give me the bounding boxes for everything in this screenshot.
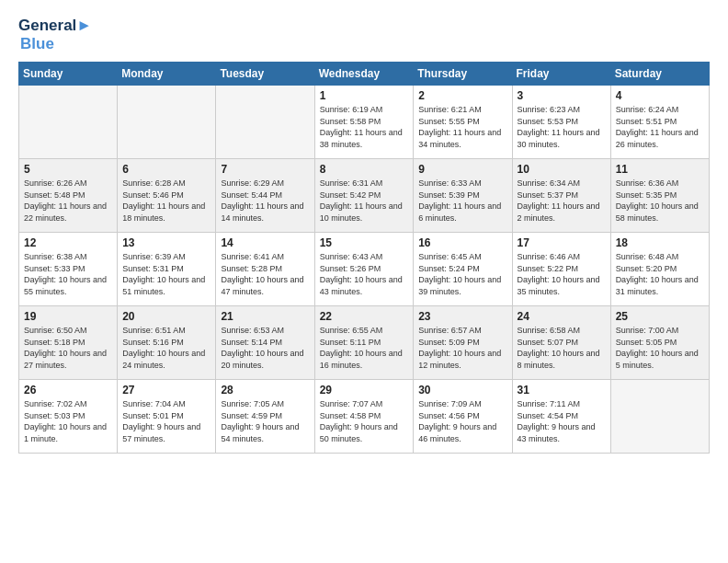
day-number: 21 — [221, 310, 309, 323]
day-info: Sunrise: 6:28 AM Sunset: 5:46 PM Dayligh… — [122, 178, 210, 224]
calendar-cell: 15Sunrise: 6:43 AM Sunset: 5:26 PM Dayli… — [314, 233, 414, 306]
calendar-header-row: SundayMondayTuesdayWednesdayThursdayFrid… — [19, 63, 710, 86]
calendar-cell: 22Sunrise: 6:55 AM Sunset: 5:11 PM Dayli… — [314, 306, 414, 380]
day-info: Sunrise: 6:51 AM Sunset: 5:16 PM Dayligh… — [122, 325, 210, 371]
calendar-cell: 28Sunrise: 7:05 AM Sunset: 4:59 PM Dayli… — [216, 380, 314, 454]
day-info: Sunrise: 7:09 AM Sunset: 4:56 PM Dayligh… — [418, 398, 506, 444]
day-info: Sunrise: 6:39 AM Sunset: 5:31 PM Dayligh… — [122, 251, 210, 297]
calendar-cell: 5Sunrise: 6:26 AM Sunset: 5:48 PM Daylig… — [19, 159, 118, 233]
day-number: 5 — [24, 163, 112, 176]
calendar-cell: 30Sunrise: 7:09 AM Sunset: 4:56 PM Dayli… — [414, 380, 512, 454]
day-info: Sunrise: 7:11 AM Sunset: 4:54 PM Dayligh… — [518, 398, 606, 444]
calendar-cell: 27Sunrise: 7:04 AM Sunset: 5:01 PM Dayli… — [118, 380, 216, 454]
day-info: Sunrise: 6:19 AM Sunset: 5:58 PM Dayligh… — [320, 104, 409, 150]
calendar-cell: 3Sunrise: 6:23 AM Sunset: 5:53 PM Daylig… — [512, 86, 610, 159]
logo: General► Blue — [18, 17, 92, 52]
calendar-week-row: 26Sunrise: 7:02 AM Sunset: 5:03 PM Dayli… — [19, 380, 710, 454]
day-info: Sunrise: 6:53 AM Sunset: 5:14 PM Dayligh… — [221, 325, 309, 371]
weekday-header: Saturday — [610, 63, 709, 86]
calendar-cell: 29Sunrise: 7:07 AM Sunset: 4:58 PM Dayli… — [314, 380, 414, 454]
day-info: Sunrise: 6:26 AM Sunset: 5:48 PM Dayligh… — [24, 178, 112, 224]
day-number: 8 — [320, 163, 409, 176]
calendar-cell: 26Sunrise: 7:02 AM Sunset: 5:03 PM Dayli… — [19, 380, 118, 454]
calendar-cell: 11Sunrise: 6:36 AM Sunset: 5:35 PM Dayli… — [610, 159, 709, 233]
day-number: 10 — [518, 163, 606, 176]
calendar-cell: 21Sunrise: 6:53 AM Sunset: 5:14 PM Dayli… — [216, 306, 314, 380]
day-info: Sunrise: 6:50 AM Sunset: 5:18 PM Dayligh… — [24, 325, 112, 371]
day-number: 30 — [418, 384, 506, 396]
day-info: Sunrise: 6:33 AM Sunset: 5:39 PM Dayligh… — [418, 178, 506, 224]
calendar-cell: 8Sunrise: 6:31 AM Sunset: 5:42 PM Daylig… — [314, 159, 414, 233]
calendar-cell — [19, 86, 118, 159]
calendar-week-row: 19Sunrise: 6:50 AM Sunset: 5:18 PM Dayli… — [19, 306, 710, 380]
calendar: SundayMondayTuesdayWednesdayThursdayFrid… — [18, 62, 710, 454]
day-info: Sunrise: 6:23 AM Sunset: 5:53 PM Dayligh… — [518, 104, 606, 150]
day-number: 4 — [616, 89, 704, 102]
day-number: 14 — [221, 236, 309, 249]
weekday-header: Friday — [512, 63, 610, 86]
day-info: Sunrise: 6:46 AM Sunset: 5:22 PM Dayligh… — [518, 251, 606, 297]
day-number: 9 — [418, 163, 506, 176]
day-info: Sunrise: 6:29 AM Sunset: 5:44 PM Dayligh… — [221, 178, 309, 224]
calendar-cell: 24Sunrise: 6:58 AM Sunset: 5:07 PM Dayli… — [512, 306, 610, 380]
page: General► Blue SundayMondayTuesdayWednesd… — [0, 0, 728, 563]
day-info: Sunrise: 6:34 AM Sunset: 5:37 PM Dayligh… — [518, 178, 606, 224]
calendar-cell: 4Sunrise: 6:24 AM Sunset: 5:51 PM Daylig… — [610, 86, 709, 159]
calendar-cell: 7Sunrise: 6:29 AM Sunset: 5:44 PM Daylig… — [216, 159, 314, 233]
day-info: Sunrise: 6:24 AM Sunset: 5:51 PM Dayligh… — [616, 104, 704, 150]
day-info: Sunrise: 6:58 AM Sunset: 5:07 PM Dayligh… — [518, 325, 606, 371]
day-info: Sunrise: 6:55 AM Sunset: 5:11 PM Dayligh… — [320, 325, 409, 371]
day-info: Sunrise: 6:48 AM Sunset: 5:20 PM Dayligh… — [616, 251, 704, 297]
calendar-week-row: 5Sunrise: 6:26 AM Sunset: 5:48 PM Daylig… — [19, 159, 710, 233]
day-number: 25 — [616, 310, 704, 323]
day-info: Sunrise: 7:07 AM Sunset: 4:58 PM Dayligh… — [320, 398, 409, 444]
logo-blue: Blue — [20, 35, 92, 53]
weekday-header: Sunday — [19, 63, 118, 86]
day-number: 19 — [24, 310, 112, 323]
weekday-header: Wednesday — [314, 63, 414, 86]
day-number: 15 — [320, 236, 409, 249]
calendar-cell: 9Sunrise: 6:33 AM Sunset: 5:39 PM Daylig… — [414, 159, 512, 233]
day-number: 23 — [418, 310, 506, 323]
calendar-cell: 25Sunrise: 7:00 AM Sunset: 5:05 PM Dayli… — [610, 306, 709, 380]
day-number: 16 — [418, 236, 506, 249]
calendar-cell: 23Sunrise: 6:57 AM Sunset: 5:09 PM Dayli… — [414, 306, 512, 380]
day-info: Sunrise: 7:02 AM Sunset: 5:03 PM Dayligh… — [24, 398, 112, 444]
day-info: Sunrise: 6:41 AM Sunset: 5:28 PM Dayligh… — [221, 251, 309, 297]
calendar-cell: 19Sunrise: 6:50 AM Sunset: 5:18 PM Dayli… — [19, 306, 118, 380]
day-number: 6 — [122, 163, 210, 176]
weekday-header: Thursday — [414, 63, 512, 86]
calendar-cell: 10Sunrise: 6:34 AM Sunset: 5:37 PM Dayli… — [512, 159, 610, 233]
header: General► Blue — [18, 17, 710, 52]
calendar-week-row: 1Sunrise: 6:19 AM Sunset: 5:58 PM Daylig… — [19, 86, 710, 159]
calendar-cell: 18Sunrise: 6:48 AM Sunset: 5:20 PM Dayli… — [610, 233, 709, 306]
calendar-cell: 12Sunrise: 6:38 AM Sunset: 5:33 PM Dayli… — [19, 233, 118, 306]
day-info: Sunrise: 6:57 AM Sunset: 5:09 PM Dayligh… — [418, 325, 506, 371]
day-number: 11 — [616, 163, 704, 176]
day-number: 3 — [518, 89, 606, 102]
day-number: 20 — [122, 310, 210, 323]
day-info: Sunrise: 6:36 AM Sunset: 5:35 PM Dayligh… — [616, 178, 704, 224]
day-number: 27 — [122, 384, 210, 396]
calendar-cell: 14Sunrise: 6:41 AM Sunset: 5:28 PM Dayli… — [216, 233, 314, 306]
day-number: 17 — [518, 236, 606, 249]
day-number: 24 — [518, 310, 606, 323]
weekday-header: Tuesday — [216, 63, 314, 86]
weekday-header: Monday — [118, 63, 216, 86]
calendar-cell: 13Sunrise: 6:39 AM Sunset: 5:31 PM Dayli… — [118, 233, 216, 306]
calendar-week-row: 12Sunrise: 6:38 AM Sunset: 5:33 PM Dayli… — [19, 233, 710, 306]
calendar-cell: 2Sunrise: 6:21 AM Sunset: 5:55 PM Daylig… — [414, 86, 512, 159]
day-number: 12 — [24, 236, 112, 249]
calendar-cell: 6Sunrise: 6:28 AM Sunset: 5:46 PM Daylig… — [118, 159, 216, 233]
day-info: Sunrise: 7:00 AM Sunset: 5:05 PM Dayligh… — [616, 325, 704, 371]
day-info: Sunrise: 6:45 AM Sunset: 5:24 PM Dayligh… — [418, 251, 506, 297]
calendar-cell: 1Sunrise: 6:19 AM Sunset: 5:58 PM Daylig… — [314, 86, 414, 159]
day-number: 1 — [320, 89, 409, 102]
day-info: Sunrise: 6:38 AM Sunset: 5:33 PM Dayligh… — [24, 251, 112, 297]
day-info: Sunrise: 6:21 AM Sunset: 5:55 PM Dayligh… — [418, 104, 506, 150]
day-number: 28 — [221, 384, 309, 396]
day-number: 18 — [616, 236, 704, 249]
day-number: 2 — [418, 89, 506, 102]
day-number: 31 — [518, 384, 606, 396]
day-info: Sunrise: 6:43 AM Sunset: 5:26 PM Dayligh… — [320, 251, 409, 297]
